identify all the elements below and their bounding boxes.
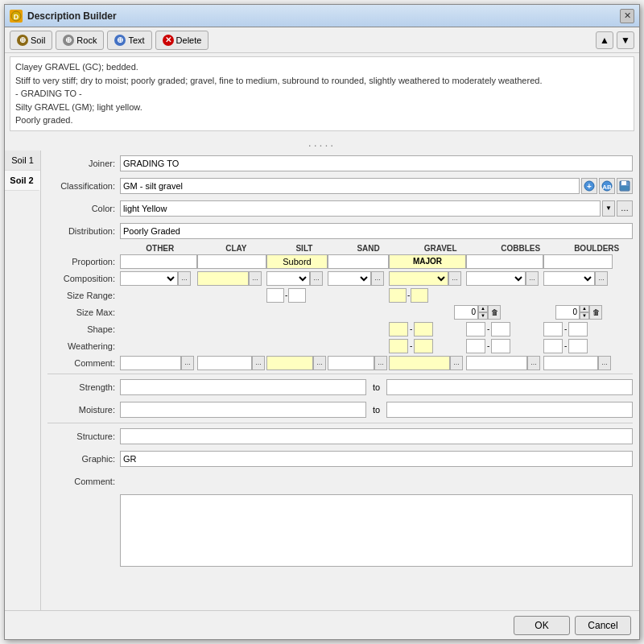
comment-boulders[interactable] — [543, 356, 598, 370]
proportion-other[interactable] — [120, 254, 197, 269]
svg-text:AB: AB — [602, 184, 612, 191]
add-soil-button[interactable]: ⊕ Soil — [10, 31, 52, 50]
size-max-boulders-input[interactable] — [555, 305, 580, 320]
comment-gravel-more[interactable]: … — [450, 356, 463, 370]
add-rock-button[interactable]: ⊕ Rock — [56, 31, 104, 50]
cancel-button[interactable]: Cancel — [575, 616, 631, 635]
size-max-gravel-input[interactable] — [454, 305, 478, 320]
tab-soil2[interactable]: Soil 2 — [5, 171, 40, 191]
shape-cobbles-2[interactable] — [491, 322, 510, 336]
shape-gravel-2[interactable] — [414, 322, 433, 336]
shape-boulders-1[interactable] — [543, 322, 563, 336]
color-dropdown[interactable]: ▼ — [602, 200, 615, 217]
composition-other-select[interactable] — [120, 271, 178, 286]
comment2-textarea[interactable] — [120, 494, 633, 567]
color-label: Color: — [47, 204, 120, 213]
shape-boulders-2[interactable] — [568, 322, 588, 336]
classification-input[interactable] — [120, 178, 580, 194]
composition-silt-select[interactable] — [266, 271, 310, 286]
strength-from-input[interactable] — [120, 379, 366, 395]
bottom-bar: OK Cancel — [5, 610, 639, 639]
tab-soil1[interactable]: Soil 1 — [5, 151, 40, 171]
size-gravel-from[interactable] — [389, 288, 407, 303]
delete-icon: ✕ — [163, 35, 174, 46]
delete-button[interactable]: ✕ Delete — [155, 31, 209, 50]
composition-silt-more[interactable]: … — [310, 271, 323, 286]
comment-cobbles-more[interactable]: … — [527, 356, 540, 370]
close-button[interactable]: ✕ — [620, 9, 634, 23]
proportion-clay[interactable] — [197, 254, 266, 269]
composition-gravel-select[interactable] — [389, 271, 448, 286]
graphic-input[interactable] — [120, 451, 633, 467]
composition-boulders-more[interactable]: … — [595, 271, 608, 286]
classification-add-icon[interactable]: + — [581, 178, 597, 194]
spin-down-boulders[interactable]: ▼ — [580, 312, 589, 320]
weather-gravel-2[interactable] — [414, 339, 433, 353]
graphic-row: Graphic: — [47, 449, 633, 469]
weather-cobbles-1[interactable] — [466, 339, 485, 353]
composition-boulders-select[interactable] — [543, 271, 595, 286]
comment-other[interactable] — [120, 356, 181, 370]
weather-boulders-2[interactable] — [568, 339, 588, 353]
proportion-boulders[interactable] — [543, 254, 613, 269]
proportion-silt[interactable] — [266, 254, 328, 269]
composition-clay[interactable] — [197, 271, 249, 286]
composition-gravel-more[interactable]: … — [448, 271, 461, 286]
composition-sand-select[interactable] — [328, 271, 371, 286]
proportion-sand[interactable] — [328, 254, 389, 269]
comment-silt[interactable] — [266, 356, 313, 370]
shape-cobbles-1[interactable] — [466, 322, 485, 336]
comment-clay[interactable] — [197, 356, 252, 370]
shape-gravel-1[interactable] — [389, 322, 408, 336]
color-input[interactable] — [120, 200, 601, 217]
comment-sand[interactable] — [328, 356, 374, 370]
composition-cobbles-select[interactable] — [466, 271, 526, 286]
weather-gravel-1[interactable] — [389, 339, 408, 353]
strength-to-label: to — [369, 382, 383, 392]
weather-boulders-1[interactable] — [543, 339, 563, 353]
proportion-gravel[interactable] — [389, 254, 466, 269]
size-max-boulders-spinner[interactable]: ▲ ▼ — [580, 305, 589, 320]
svg-rect-7 — [621, 181, 626, 185]
move-up-button[interactable]: ▲ — [596, 31, 613, 49]
comment-other-more[interactable]: … — [181, 356, 194, 370]
comment-clay-more[interactable]: … — [252, 356, 265, 370]
composition-clay-more[interactable]: … — [249, 271, 262, 286]
comment-boulders-more[interactable]: … — [598, 356, 611, 370]
size-max-gravel-spinner[interactable]: ▲ ▼ — [478, 305, 488, 320]
moisture-group: to — [120, 402, 633, 418]
dialog-title: Description Builder — [27, 10, 620, 22]
add-text-button[interactable]: ⊕ Text — [107, 31, 151, 50]
moisture-label: Moisture: — [47, 405, 120, 415]
spin-down-gravel[interactable]: ▼ — [478, 312, 488, 320]
composition-other-more[interactable]: … — [178, 271, 191, 286]
composition-cobbles-more[interactable]: … — [526, 271, 539, 286]
comment2-header-row: Comment: — [47, 472, 633, 491]
strength-to-input[interactable] — [386, 379, 633, 395]
move-down-button[interactable]: ▼ — [617, 31, 634, 49]
moisture-to-input[interactable] — [386, 402, 633, 418]
spin-up-gravel[interactable]: ▲ — [478, 305, 488, 312]
comment-gravel[interactable] — [389, 356, 450, 370]
comment-sand-more[interactable]: … — [374, 356, 387, 370]
weather-cobbles-2[interactable] — [491, 339, 510, 353]
ok-button[interactable]: OK — [514, 616, 570, 635]
size-gravel-to[interactable] — [411, 288, 428, 303]
size-silt-from[interactable] — [266, 288, 284, 303]
size-silt-to[interactable] — [288, 288, 306, 303]
comment-silt-more[interactable]: … — [313, 356, 326, 370]
joiner-input[interactable] — [120, 155, 633, 171]
structure-input[interactable] — [120, 428, 633, 444]
comment-cobbles[interactable] — [466, 356, 527, 370]
soil-tabs: Soil 1 Soil 2 — [5, 151, 41, 611]
moisture-from-input[interactable] — [120, 402, 366, 418]
composition-sand-more[interactable]: … — [371, 271, 384, 286]
spin-up-boulders[interactable]: ▲ — [580, 305, 589, 312]
distribution-input[interactable] — [120, 223, 633, 239]
color-more-icon[interactable]: … — [617, 200, 633, 217]
size-max-boulders-clear[interactable]: 🗑 — [589, 305, 602, 320]
classification-save-icon[interactable] — [617, 178, 633, 194]
classification-edit-icon[interactable]: AB — [599, 178, 615, 194]
proportion-cobbles[interactable] — [466, 254, 543, 269]
size-max-gravel-clear[interactable]: 🗑 — [488, 305, 501, 320]
